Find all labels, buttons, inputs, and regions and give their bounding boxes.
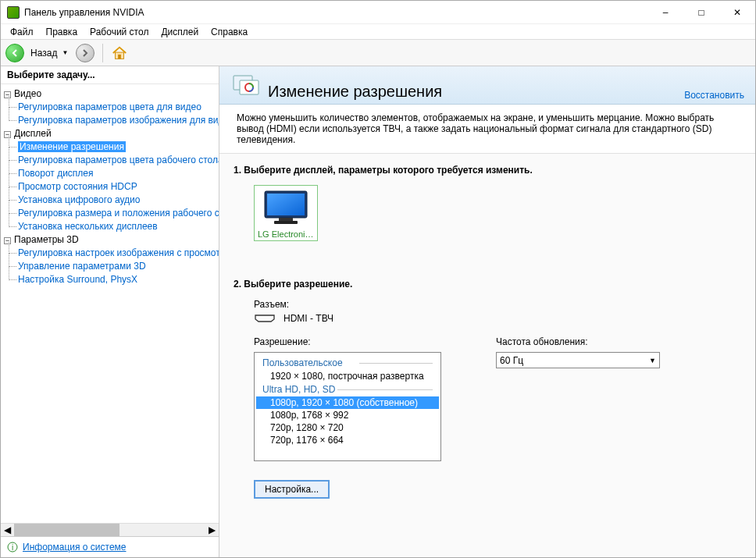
connector-value: HDMI - ТВЧ (284, 313, 333, 324)
maximize-button[interactable]: □ (683, 1, 719, 24)
refresh-rate-select[interactable]: 60 Гц ▼ (496, 352, 660, 368)
back-label[interactable]: Назад (30, 48, 57, 59)
content-area: 1. Выберите дисплей, параметры которого … (219, 153, 755, 557)
tree-item[interactable]: Регулировка параметров цвета для видео (18, 101, 201, 112)
menu-edit[interactable]: Правка (40, 25, 84, 39)
back-history-caret[interactable]: ▼ (62, 49, 68, 56)
resolution-icon (232, 73, 260, 101)
step1-label: 1. Выберите дисплей, параметры которого … (234, 165, 741, 176)
forward-button[interactable] (76, 44, 94, 62)
tree-item[interactable]: Регулировка размера и положения рабочего… (18, 208, 219, 219)
sidebar-scrollbar[interactable]: ◀ ▶ (1, 523, 219, 536)
info-icon: i (7, 542, 18, 553)
toolbar: Назад ▼ (1, 40, 755, 66)
scroll-right-arrow[interactable]: ▶ (205, 524, 219, 536)
chevron-down-icon: ▼ (649, 357, 656, 364)
tree-item[interactable]: Просмотр состояния HDCP (18, 181, 137, 192)
resolution-group-uhd: Ultra HD, HD, SD (256, 382, 439, 396)
svg-rect-8 (267, 194, 305, 215)
tree-item[interactable]: Установка нескольких дисплеев (18, 221, 158, 232)
menu-display[interactable]: Дисплей (155, 25, 205, 39)
resolution-list[interactable]: Пользовательское 1920 × 1080, построчная… (254, 352, 441, 461)
close-button[interactable]: ✕ (719, 1, 755, 24)
task-tree[interactable]: −Видео Регулировка параметров цвета для … (1, 84, 219, 523)
toolbar-separator (102, 44, 103, 62)
tree-item-change-resolution[interactable]: Изменение разрешения (18, 141, 126, 152)
svg-rect-10 (274, 221, 298, 224)
restore-defaults-link[interactable]: Восстановить (684, 90, 744, 101)
svg-rect-1 (118, 54, 121, 59)
refresh-rate-value: 60 Гц (500, 355, 523, 366)
sidebar-header: Выберите задачу... (1, 66, 219, 84)
nvidia-icon (7, 6, 20, 19)
resolution-group-custom: Пользовательское (256, 356, 439, 370)
display-name: LG Electronics... (258, 229, 314, 239)
refresh-label: Частота обновления: (496, 336, 660, 347)
tree-expander[interactable]: − (4, 131, 11, 138)
tree-item[interactable]: Управление параметрами 3D (18, 261, 146, 272)
tree-item[interactable]: Регулировка параметров цвета рабочего ст… (18, 155, 219, 165)
svg-text:i: i (12, 543, 13, 552)
minimize-button[interactable]: – (647, 1, 683, 24)
titlebar: Панель управления NVIDIA – □ ✕ (1, 1, 755, 24)
menu-file[interactable]: Файл (4, 25, 40, 39)
page-title: Изменение разрешения (268, 83, 442, 101)
tree-item[interactable]: Регулировка настроек изображения с просм… (18, 247, 219, 258)
connector-label: Разъем: (254, 299, 741, 310)
resolution-item-selected[interactable]: 1080p, 1920 × 1080 (собственное) (256, 396, 439, 409)
sidebar: Выберите задачу... −Видео Регулировка па… (1, 66, 219, 557)
monitor-icon (263, 190, 308, 226)
scroll-left-arrow[interactable]: ◀ (1, 524, 14, 536)
svg-rect-5 (240, 80, 259, 94)
page-description: Можно уменьшить количество элементов, от… (219, 105, 755, 153)
page-header: Изменение разрешения Восстановить (219, 66, 755, 105)
menu-help[interactable]: Справка (205, 25, 254, 39)
scrollbar-thumb[interactable] (14, 524, 119, 536)
tree-expander[interactable]: − (4, 91, 11, 98)
back-button[interactable] (5, 44, 24, 62)
tree-category-3d[interactable]: Параметры 3D (14, 234, 79, 245)
hdmi-icon (254, 314, 276, 323)
resolution-label: Разрешение: (254, 336, 441, 347)
display-tile[interactable]: LG Electronics... (254, 185, 318, 241)
step2-label: 2. Выберите разрешение. (234, 279, 741, 290)
customize-button[interactable]: Настройка... (254, 480, 330, 499)
tree-category-display[interactable]: Дисплей (14, 128, 52, 139)
tree-item[interactable]: Установка цифрового аудио (18, 194, 140, 205)
window-title: Панель управления NVIDIA (24, 7, 647, 18)
tree-category-video[interactable]: Видео (14, 88, 41, 99)
resolution-item[interactable]: 720p, 1176 × 664 (256, 434, 439, 446)
system-info-link[interactable]: Информация о системе (23, 542, 126, 553)
main-panel: Изменение разрешения Восстановить Можно … (219, 66, 755, 557)
tree-item[interactable]: Настройка Surround, PhysX (18, 274, 137, 285)
resolution-item[interactable]: 1080p, 1768 × 992 (256, 409, 439, 421)
tree-expander[interactable]: − (4, 237, 11, 244)
svg-rect-9 (279, 218, 293, 221)
menu-desktop[interactable]: Рабочий стол (84, 25, 155, 39)
resolution-item[interactable]: 1920 × 1080, построчная развертка (256, 370, 439, 382)
resolution-item[interactable]: 720p, 1280 × 720 (256, 421, 439, 434)
menubar: Файл Правка Рабочий стол Дисплей Справка (1, 24, 755, 40)
tree-item[interactable]: Регулировка параметров изображения для в… (18, 115, 219, 126)
home-icon[interactable] (111, 44, 128, 62)
system-info-link-row: i Информация о системе (1, 536, 219, 557)
tree-item[interactable]: Поворот дисплея (18, 168, 94, 179)
